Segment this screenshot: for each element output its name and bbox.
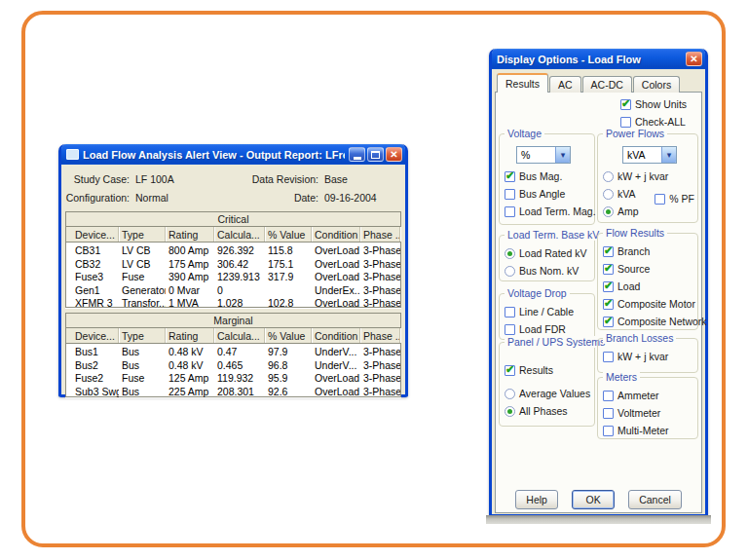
table-row[interactable]: Bus1Bus0.48 kV0.4797.9UnderV...3-Phase (66, 346, 400, 359)
kw-jkvar-radio[interactable]: kW + j kvar (603, 170, 694, 182)
table-cell: 3-Phase (360, 386, 400, 399)
load-checkbox[interactable]: Load (603, 280, 694, 292)
tab-ac-dc[interactable]: AC-DC (582, 76, 632, 93)
window-controls: ✕ (349, 147, 402, 162)
table-cell: 3-Phase (360, 271, 400, 284)
results-checkbox[interactable]: Results (505, 364, 591, 376)
table-cell: 0.465 (214, 359, 265, 373)
branch-losses-kw-jkvar-checkbox[interactable]: kW + j kvar (603, 351, 694, 362)
voltmeter-checkbox[interactable]: Voltmeter (603, 407, 694, 419)
table-cell: UnderV... (312, 359, 360, 373)
table-row[interactable]: Fuse2Fuse125 Amp119.93295.9OverLoad3-Pha… (66, 372, 400, 386)
column-header[interactable]: Phase ... (360, 227, 400, 242)
column-header[interactable]: Rating (166, 328, 214, 343)
table-row[interactable]: Fuse3Fuse390 Amp1239.913317.9OverLoad3-P… (66, 271, 400, 284)
close-icon: ✕ (390, 150, 397, 160)
tab-results[interactable]: Results (497, 73, 548, 93)
table-row[interactable]: Sub3 SwgrBus225 Amp208.30192.6OverLoad3-… (66, 386, 400, 399)
ok-button[interactable]: OK (572, 490, 615, 509)
table-row[interactable]: Bus2Bus0.48 kV0.46596.8UnderV...3-Phase (66, 359, 400, 373)
group-title: Flow Results (603, 227, 667, 239)
checkbox-icon (505, 324, 515, 335)
table-cell: 3-Phase (360, 359, 400, 373)
bus-nom-kv-radio[interactable]: Bus Nom. kV (505, 265, 591, 277)
checkbox-icon (654, 194, 665, 205)
column-header[interactable]: % Value (265, 328, 312, 343)
composite-motor-checkbox[interactable]: Composite Motor (603, 298, 694, 310)
tabstrip: Results AC AC-DC Colors (495, 72, 702, 92)
power-flows-unit-select[interactable]: kVA ▾ (622, 146, 677, 164)
checkbox-label: Load FDR (519, 323, 566, 335)
tab-colors[interactable]: Colors (633, 76, 680, 93)
average-values-radio[interactable]: Average Values (505, 388, 591, 399)
show-units-checkbox[interactable]: Show Units (620, 98, 687, 110)
data-revision-value: Base (324, 170, 401, 189)
table-cell: LV CB (119, 258, 166, 272)
table-cell: 225 Amp (166, 386, 214, 399)
column-header[interactable]: % Value (265, 227, 312, 242)
checkbox-label: kW + j kvar (617, 351, 668, 362)
table-row[interactable]: CB31LV CB800 Amp926.392115.8OverLoad3-Ph… (66, 244, 400, 258)
column-header[interactable]: Device... (72, 328, 119, 343)
checkbox-icon (603, 426, 614, 436)
table-row[interactable]: Gen1Generator0 Mvar0UnderEx...3-Phase (66, 284, 400, 298)
ammeter-checkbox[interactable]: Ammeter (603, 390, 694, 401)
column-header[interactable]: Condition (312, 227, 360, 242)
table-cell: 0.47 (214, 346, 265, 359)
bus-mag-checkbox[interactable]: Bus Mag. (505, 170, 591, 182)
load-fdr-checkbox[interactable]: Load FDR (505, 323, 591, 335)
table-cell: Sub3 Swgr (72, 386, 119, 399)
line-cable-checkbox[interactable]: Line / Cable (505, 306, 591, 317)
table-row[interactable]: CB32LV CB175 Amp306.42175.1OverLoad3-Pha… (66, 258, 400, 272)
table-cell: Generator (119, 284, 166, 298)
close-button[interactable]: ✕ (386, 147, 402, 162)
table-cell: 119.932 (214, 372, 265, 386)
all-phases-radio[interactable]: All Phases (505, 405, 591, 417)
tab-ac[interactable]: AC (549, 76, 581, 93)
data-revision-label: Data Revision: (209, 170, 318, 189)
column-header[interactable]: Rating (166, 227, 214, 242)
check-all-checkbox[interactable]: Check-ALL (620, 116, 687, 128)
selected-value: kVA (623, 147, 661, 163)
checkbox-label: Multi-Meter (617, 425, 669, 436)
percent-pf-checkbox[interactable]: % PF (654, 193, 694, 205)
column-header[interactable]: Type (119, 328, 166, 343)
column-header[interactable]: Phase ... (360, 328, 400, 343)
radio-icon (603, 189, 614, 200)
column-header[interactable]: Device... (72, 227, 119, 242)
column-header[interactable]: Type (119, 227, 166, 242)
cancel-button[interactable]: Cancel (628, 490, 682, 509)
table-cell: OverLoad (312, 258, 360, 272)
load-rated-kv-radio[interactable]: Load Rated kV (505, 247, 591, 259)
table-row[interactable]: XFMR 3Transfor...1 MVA1.028102.8OverLoad… (66, 297, 400, 311)
configuration-value: Normal (135, 189, 204, 207)
radio-label: kVA (617, 188, 635, 200)
table-cell: 96.8 (265, 359, 312, 373)
amp-radio[interactable]: Amp (603, 205, 694, 217)
group-title: Voltage Drop (505, 287, 570, 299)
radio-icon (505, 406, 515, 417)
table-cell: 102.8 (265, 297, 312, 311)
minimize-button[interactable] (349, 147, 365, 162)
multi-meter-checkbox[interactable]: Multi-Meter (603, 425, 694, 436)
display-options-dialog: Display Options - Load Flow ✕ Results AC… (489, 49, 708, 517)
load-term-mag-checkbox[interactable]: Load Term. Mag. (505, 205, 591, 217)
bus-angle-checkbox[interactable]: Bus Angle (505, 188, 591, 200)
dialog-close-button[interactable]: ✕ (686, 52, 702, 66)
table-cell: 3-Phase (360, 258, 400, 272)
checkbox-label: Line / Cable (519, 306, 574, 317)
voltage-unit-select[interactable]: % ▾ (516, 146, 571, 164)
window-title: Load Flow Analysis Alert View - Output R… (83, 149, 345, 161)
table-cell: Bus (119, 346, 166, 359)
column-header[interactable]: Calcula... (214, 328, 265, 343)
table-cell: 95.9 (265, 372, 312, 386)
column-header[interactable]: Condition (312, 328, 360, 343)
composite-network-checkbox[interactable]: Composite Network (603, 316, 694, 327)
table-cell: 0.48 kV (166, 359, 214, 373)
date-value: 09-16-2004 (324, 189, 401, 207)
column-header[interactable]: Calcula... (214, 227, 265, 242)
maximize-button[interactable] (367, 147, 384, 162)
source-checkbox[interactable]: Source (603, 263, 694, 275)
branch-checkbox[interactable]: Branch (603, 245, 694, 257)
help-button[interactable]: Help (515, 490, 558, 509)
